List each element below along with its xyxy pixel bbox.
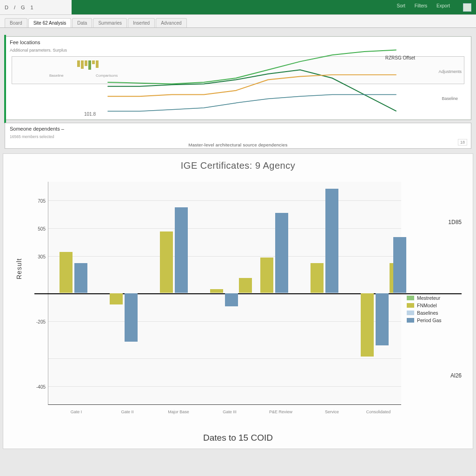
legend-swatch-1	[407, 303, 414, 308]
legend-row-0: Mestreteur	[407, 295, 467, 301]
ribbon-right: Sort Filters Export	[397, 3, 471, 12]
upper-lines-svg	[5, 37, 471, 119]
xlab-3: Gate III	[206, 410, 253, 414]
tab-summaries[interactable]: Summaries	[93, 18, 127, 27]
ytick-2: 305	[38, 254, 48, 259]
bar	[376, 293, 389, 345]
xlab-6: Consolidated	[355, 410, 402, 414]
y-axis-label: Result	[15, 258, 23, 279]
upper-line-panel: Fee locations Additional parameters. Sur…	[5, 36, 471, 120]
bar	[74, 263, 87, 293]
bar	[260, 258, 273, 293]
legend-swatch-3	[407, 318, 414, 323]
tab-strip: Board Site 62 Analysis Data Summaries In…	[0, 15, 476, 28]
xlab-4: P&E Review	[258, 410, 304, 414]
upper-r3: Baseline	[442, 96, 458, 101]
legend-swatch-0	[407, 296, 414, 300]
main-chart: IGE Certificates: 9 Agency Result 705 50…	[3, 153, 473, 449]
bar	[325, 189, 338, 293]
legend: Mestreteur FNModel Baselines Period Gas	[407, 293, 467, 325]
secondary-caption: Master-level architectural source depend…	[5, 142, 471, 147]
upper-r1: RZRSG Offset	[385, 55, 415, 60]
ytick-1: 505	[38, 226, 48, 231]
tab-advanced[interactable]: Advanced	[156, 18, 186, 27]
sep: /	[14, 5, 15, 10]
secondary-sub: 16565 members selected	[5, 134, 471, 139]
bar	[239, 278, 252, 293]
legend-swatch-2	[407, 311, 414, 315]
x-axis-title: Dates to 15 COID	[3, 433, 473, 443]
xlab-2: Major Base	[155, 410, 202, 414]
chart-title: IGE Certificates: 9 Agency	[3, 154, 473, 171]
upper-r2: Adjustments	[438, 69, 462, 74]
tab-data[interactable]: Data	[72, 18, 92, 27]
bar	[110, 293, 123, 304]
xlab-5: Service	[309, 410, 355, 414]
bar	[60, 252, 73, 293]
legend-label-1: FNModel	[417, 303, 437, 308]
ribbon-item-filters[interactable]: Filters	[415, 3, 427, 12]
zero-line	[34, 293, 462, 294]
ribbon-bar: D / G 1 Sort Filters Export	[0, 0, 476, 15]
legend-row-1: FNModel	[407, 303, 467, 308]
ytick-0: 705	[38, 198, 48, 204]
ytick-3: -205	[36, 319, 48, 324]
bar	[225, 293, 238, 306]
secondary-title: Someone dependents –	[5, 123, 471, 134]
legend-label-2: Baselines	[417, 310, 438, 316]
legend-row-2: Baselines	[407, 310, 467, 316]
bar	[393, 237, 406, 293]
bar	[175, 207, 188, 293]
bar	[125, 293, 138, 342]
ribbon-square-icon[interactable]	[463, 3, 471, 12]
col-D: D	[5, 5, 8, 10]
tab-inserted[interactable]: Inserted	[128, 18, 155, 27]
anno-top: 1D85	[448, 219, 462, 225]
bar	[210, 289, 223, 293]
secondary-tag: 18	[458, 139, 467, 145]
bar	[275, 213, 288, 293]
tab-board[interactable]: Board	[5, 18, 27, 27]
xlab-0: Gate I	[53, 410, 99, 414]
col-G: G	[21, 5, 25, 10]
bar	[361, 293, 374, 357]
legend-label-3: Period Gas	[417, 317, 442, 323]
ribbon-item-sort[interactable]: Sort	[397, 3, 405, 12]
plot-area: 705 505 305 -205 -405 Gate I Gate II Maj…	[48, 182, 401, 405]
legend-row-3: Period Gas	[407, 317, 467, 323]
ribbon-item-export[interactable]: Export	[436, 3, 450, 12]
col-1: 1	[31, 5, 33, 10]
legend-label-0: Mestreteur	[417, 295, 440, 301]
bar	[160, 231, 173, 293]
bar	[311, 263, 324, 293]
ytick-4: -405	[36, 384, 48, 390]
tab-site-analysis[interactable]: Site 62 Analysis	[28, 18, 72, 27]
xlab-1: Gate II	[104, 410, 151, 414]
upper-val: 101.8	[84, 112, 96, 117]
secondary-box: Someone dependents – 16565 members selec…	[5, 123, 471, 149]
anno-mid: Al26	[450, 372, 462, 379]
